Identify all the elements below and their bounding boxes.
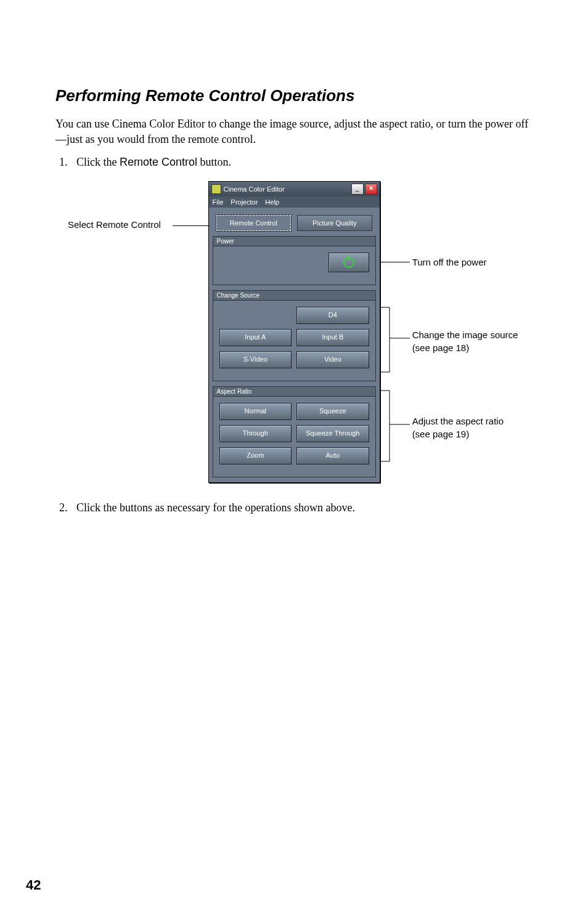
callout-line — [173, 225, 210, 226]
step1-text-bold: Remote Control — [120, 156, 197, 168]
left-annot-pre: Select — [68, 219, 96, 230]
panel-power-title: Power — [213, 237, 375, 246]
annot-source-line1: Change the image source — [412, 329, 518, 341]
diagram: Select Remote Control Cinema Color Edito… — [68, 181, 533, 483]
step1-text-post: button. — [197, 156, 231, 168]
step-2: Click the buttons as necessary for the o… — [70, 501, 533, 514]
normal-button[interactable]: Normal — [219, 403, 292, 420]
left-annot-bold: Remote Control — [96, 219, 161, 230]
menu-file[interactable]: File — [213, 198, 224, 206]
annot-power: Turn off the power — [412, 257, 487, 267]
menu-help[interactable]: Help — [265, 198, 279, 206]
d4-button[interactable]: D4 — [296, 307, 369, 324]
annot-aspect-line1: Adjust the aspect ratio — [412, 415, 504, 428]
svideo-button[interactable]: S-Video — [219, 351, 292, 368]
menu-projector[interactable]: Projector — [231, 198, 258, 206]
auto-button[interactable]: Auto — [296, 447, 369, 464]
video-button[interactable]: Video — [296, 351, 369, 368]
intro-paragraph: You can use Cinema Color Editor to chang… — [55, 116, 533, 147]
app-window: Cinema Color Editor _ ✕ File Projector H… — [208, 181, 380, 483]
app-icon — [211, 184, 221, 194]
titlebar: Cinema Color Editor _ ✕ — [209, 182, 380, 197]
step-1: Click the Remote Control button. — [70, 156, 533, 169]
minimize-button[interactable]: _ — [351, 184, 364, 195]
power-icon — [343, 257, 354, 268]
tab-remote-control[interactable]: Remote Control — [216, 215, 292, 231]
panel-source-title: Change Source — [213, 291, 375, 301]
input-a-button[interactable]: Input A — [219, 329, 292, 346]
close-button[interactable]: ✕ — [365, 184, 377, 195]
callout-line — [380, 262, 410, 262]
bracket-icon — [380, 387, 411, 468]
page-number: 42 — [26, 877, 41, 893]
panel-change-source: Change Source D4 Input A Input B S-Video… — [213, 290, 376, 381]
section-heading: Performing Remote Control Operations — [55, 86, 533, 105]
through-button[interactable]: Through — [219, 425, 292, 442]
input-b-button[interactable]: Input B — [296, 329, 369, 346]
tab-picture-quality[interactable]: Picture Quality — [297, 215, 372, 231]
menubar: File Projector Help — [209, 197, 380, 208]
squeeze-button[interactable]: Squeeze — [296, 403, 369, 420]
step1-text-pre: Click the — [76, 156, 120, 168]
bracket-icon — [380, 304, 411, 378]
panel-aspect-ratio: Aspect Ratio Normal Squeeze Through Sque… — [213, 386, 376, 477]
annot-source-line2: (see page 18) — [412, 342, 518, 354]
panel-aspect-title: Aspect Ratio — [213, 387, 375, 397]
zoom-button[interactable]: Zoom — [219, 447, 292, 464]
squeeze-through-button[interactable]: Squeeze Through — [296, 425, 369, 442]
annot-aspect-line2: (see page 19) — [412, 428, 504, 440]
panel-power: Power — [213, 236, 376, 285]
power-button[interactable] — [329, 253, 369, 272]
window-title: Cinema Color Editor — [224, 185, 285, 193]
